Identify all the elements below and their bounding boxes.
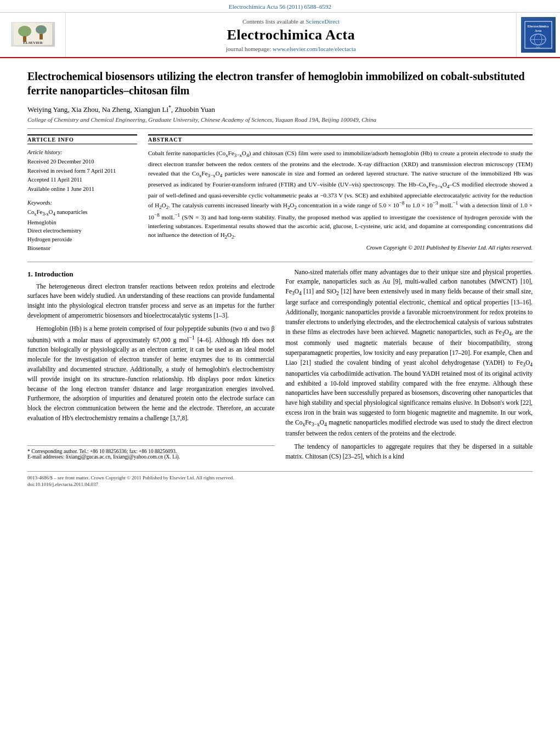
svg-text:ISE: ISE	[536, 46, 541, 49]
accepted-date: Accepted 11 April 2011	[27, 176, 137, 184]
abstract-text: Cobalt ferrite nanoparticles (CoxFe3−xO4…	[148, 149, 533, 241]
elsevier-logo-container: ELSEVIER	[0, 13, 66, 57]
author-list: Weiying Yang, Xia Zhou, Na Zheng, Xiangj…	[27, 105, 215, 114]
abstract-column: ABSTRACT Cobalt ferrite nanoparticles (C…	[148, 134, 533, 252]
elsevier-logo: ELSEVIER	[11, 22, 55, 48]
elsevier-logo-image: ELSEVIER	[11, 22, 55, 47]
divider-2	[27, 262, 533, 262]
body-right-col: Nano-sized materials offer many advantag…	[286, 268, 533, 466]
body-para-3: Nano-sized materials offer many advantag…	[286, 268, 533, 439]
revised-date: Received in revised form 7 April 2011	[27, 167, 137, 176]
divider-1	[27, 128, 533, 129]
section1-title: 1. Introduction	[27, 270, 275, 279]
svg-text:Electrochimica: Electrochimica	[528, 25, 549, 28]
journal-header-center: Contents lists available at ScienceDirec…	[66, 13, 516, 57]
keyword-5: Biosensor	[27, 244, 137, 253]
sciencedirect-link[interactable]: ScienceDirect	[306, 18, 340, 25]
keyword-3: Direct electrochemistry	[27, 227, 137, 235]
body-left-text: The heterogeneous direct electron transf…	[27, 282, 275, 423]
journal-header: ELSEVIER Contents lists available at Sci…	[0, 13, 560, 58]
affiliation: College of Chemistry and Chemical Engine…	[27, 116, 533, 123]
abstract-header: ABSTRACT	[148, 134, 533, 144]
footnote-star: * Corresponding author. Tel.: +86 10 882…	[27, 449, 275, 454]
keyword-4: Hydrogen peroxide	[27, 235, 137, 244]
svg-point-3	[36, 25, 47, 34]
keyword-2: Hemoglobin	[27, 218, 137, 227]
svg-rect-4	[39, 34, 43, 39]
body-section: 1. Introduction The heterogeneous direct…	[27, 268, 533, 466]
journal-citation: Electrochimica Acta 56 (2011) 6588–6592	[229, 3, 331, 10]
journal-logo-right-container: Electrochimica Acta ISE	[516, 13, 560, 57]
available-date: Available online 1 June 2011	[27, 185, 137, 194]
main-content: Electrochemical biosensors utilizing the…	[0, 58, 560, 499]
keyword-1: CoxFe3-xO4 nanoparticles	[27, 208, 137, 218]
footnotes: * Corresponding author. Tel.: +86 10 882…	[27, 445, 275, 460]
footer-doi: doi:10.1016/j.electacta.2011.04.037	[27, 482, 533, 487]
body-para-1: The heterogeneous direct electron transf…	[27, 282, 275, 321]
body-left-col: 1. Introduction The heterogeneous direct…	[27, 268, 275, 466]
page-footer: 0013-4686/$ – see front matter. Crown Co…	[27, 471, 533, 487]
history-label: Article history:	[27, 149, 137, 157]
body-para-4: The tendency of nanoparticles to aggrega…	[286, 442, 533, 462]
copyright-text: Crown Copyright © 2011 Published by Else…	[148, 245, 533, 251]
body-para-2: Hemoglobin (Hb) is a heme protein compri…	[27, 324, 275, 423]
authors: Weiying Yang, Xia Zhou, Na Zheng, Xiangj…	[27, 104, 533, 114]
article-info-column: ARTICLE INFO Article history: Received 2…	[27, 134, 137, 252]
journal-homepage: journal homepage: www.elsevier.com/locat…	[226, 46, 356, 52]
body-right-text: Nano-sized materials offer many advantag…	[286, 268, 533, 462]
svg-text:Acta: Acta	[535, 29, 541, 32]
svg-text:ELSEVIER: ELSEVIER	[23, 41, 43, 45]
journal-logo-right: Electrochimica Acta ISE	[521, 17, 556, 53]
footer-issn: 0013-4686/$ – see front matter. Crown Co…	[27, 475, 533, 480]
footnote-email: E-mail addresses: lixiangj@gucas.ac.cn, …	[27, 454, 275, 460]
article-info-abstract: ARTICLE INFO Article history: Received 2…	[27, 134, 533, 252]
article-info-header: ARTICLE INFO	[27, 134, 137, 144]
top-bar: Electrochimica Acta 56 (2011) 6588–6592	[0, 0, 560, 13]
keywords-list: CoxFe3-xO4 nanoparticles Hemoglobin Dire…	[27, 208, 137, 252]
sciencedirect-label: Contents lists available at ScienceDirec…	[242, 18, 340, 25]
article-title: Electrochemical biosensors utilizing the…	[27, 69, 533, 98]
journal-title: Electrochimica Acta	[227, 27, 355, 43]
keywords-section: Keywords: CoxFe3-xO4 nanoparticles Hemog…	[27, 199, 137, 253]
keywords-label: Keywords:	[27, 199, 137, 207]
received-date: Received 20 December 2010	[27, 158, 137, 166]
svg-point-1	[18, 26, 31, 37]
journal-homepage-link[interactable]: www.elsevier.com/locate/electacta	[273, 46, 356, 52]
